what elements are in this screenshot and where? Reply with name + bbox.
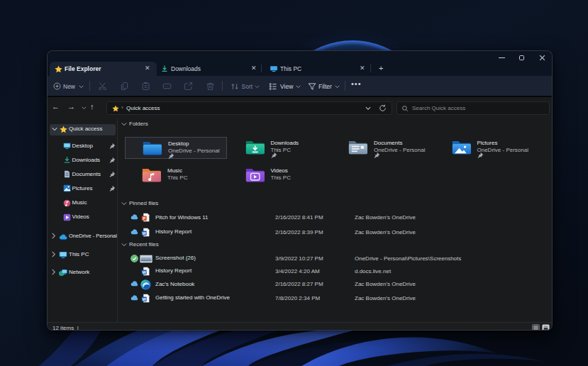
svg-text:P: P (143, 216, 145, 221)
svg-text:W: W (143, 296, 147, 301)
svg-text:W: W (143, 231, 147, 235)
svg-text:W: W (143, 270, 147, 274)
